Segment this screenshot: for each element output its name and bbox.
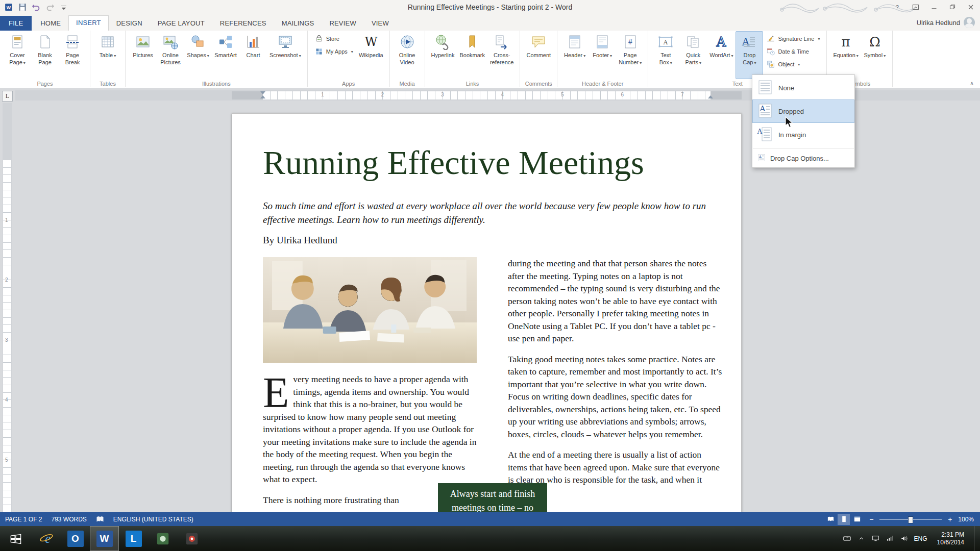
pictures-button[interactable]: Pictures — [129, 31, 157, 79]
text-box-button[interactable]: ATextBox▾ — [652, 31, 679, 79]
paragraph: during the meeting and that that person … — [508, 257, 723, 345]
blank-page-button[interactable]: BlankPage — [31, 31, 59, 79]
hanging-indent-marker[interactable] — [260, 95, 265, 98]
tab-references[interactable]: REFERENCES — [212, 16, 274, 31]
date-time-button[interactable]: Date & Time — [764, 46, 822, 57]
button-label: SmartArt — [214, 52, 236, 59]
save-button[interactable] — [16, 1, 29, 14]
restore-button[interactable] — [943, 0, 962, 14]
help-button[interactable]: ? — [888, 0, 906, 14]
online-pictures-button[interactable]: OnlinePictures — [157, 31, 184, 79]
read-mode-button[interactable] — [824, 514, 837, 525]
bookmark-button[interactable]: Bookmark — [457, 31, 487, 79]
collapse-ribbon-button[interactable]: ∧ — [970, 80, 974, 87]
page-break-button[interactable]: PageBreak — [59, 31, 86, 79]
show-desktop-button[interactable] — [974, 526, 978, 551]
button-label: Bookmark — [459, 52, 485, 59]
drop-cap-options-item[interactable]: ADrop Cap Options... — [752, 150, 854, 166]
ribbon-group-media: OnlineVideoMedia — [390, 31, 425, 87]
symbol-button[interactable]: ΩSymbol▾ — [861, 31, 889, 79]
footer-button[interactable]: Footer▾ — [589, 31, 616, 79]
smartart-button[interactable]: SmartArt — [212, 31, 239, 79]
menu-item-dropped[interactable]: ADropped — [752, 99, 854, 123]
word-count[interactable]: 793 WORDS — [51, 516, 86, 523]
print-layout-button[interactable] — [838, 514, 850, 525]
page-number-button[interactable]: #PageNumber▾ — [616, 31, 644, 79]
zoom-slider[interactable] — [879, 519, 942, 520]
menu-item-none[interactable]: None — [752, 76, 854, 99]
outlook-icon[interactable]: O — [61, 526, 90, 551]
tab-mailings[interactable]: MAILINGS — [274, 16, 322, 31]
header-button[interactable]: Header▾ — [561, 31, 589, 79]
user-account[interactable]: Ulrika Hedlund — [917, 17, 975, 28]
display-icon[interactable] — [871, 534, 880, 543]
zoom-out-button[interactable]: − — [868, 515, 875, 523]
hyperlink-button[interactable]: Hyperlink — [429, 31, 457, 79]
first-line-indent-marker[interactable] — [260, 91, 265, 94]
ribbon-display-options-button[interactable] — [906, 0, 925, 14]
object-button[interactable]: Object▾ — [764, 59, 822, 70]
shapes-button[interactable]: Shapes▾ — [184, 31, 212, 79]
online-video-button[interactable]: OnlineVideo — [394, 31, 421, 79]
tab-design[interactable]: DESIGN — [109, 16, 150, 31]
table-button[interactable]: Table▾ — [94, 31, 121, 79]
signal-icon[interactable] — [886, 534, 894, 543]
zoom-slider-thumb[interactable] — [908, 516, 913, 523]
tab-insert[interactable]: INSERT — [68, 15, 109, 31]
touch-keyboard-icon[interactable] — [843, 534, 851, 543]
undo-button[interactable] — [30, 1, 43, 14]
app-capture-icon[interactable] — [177, 526, 206, 551]
signature-line-button[interactable]: Signature Line▾ — [764, 33, 822, 44]
menu-separator — [753, 148, 854, 148]
button-label: TextBox▾ — [659, 52, 672, 66]
minimize-button[interactable] — [925, 0, 943, 14]
word-logo-button[interactable]: W — [2, 1, 15, 14]
zoom-in-button[interactable]: + — [946, 515, 953, 523]
pull-quote-callout[interactable]: Always start and finish meetings on time… — [438, 483, 547, 512]
wikipedia-button[interactable]: WWikipedia — [356, 31, 386, 79]
app-green-icon[interactable] — [148, 526, 177, 551]
paragraph: Every meeting needs to have a proper age… — [263, 373, 477, 486]
tab-stop-selector[interactable]: L — [2, 91, 13, 102]
chevron-up-icon[interactable] — [857, 534, 866, 543]
tab-home[interactable]: HOME — [33, 16, 68, 31]
document-page[interactable]: Running Effective Meetings So much time … — [232, 113, 742, 512]
redo-button[interactable] — [43, 1, 57, 14]
comment-button[interactable]: Comment — [524, 31, 553, 79]
lync-icon[interactable]: L — [119, 526, 148, 551]
internet-explorer-icon[interactable]: e — [32, 526, 61, 551]
close-button[interactable] — [962, 0, 980, 14]
cover-page-button[interactable]: CoverPage▾ — [4, 31, 31, 79]
customize-qat-button[interactable] — [57, 1, 70, 14]
start-button[interactable] — [0, 526, 32, 551]
drop-cap-button[interactable]: ADropCap▾ — [736, 31, 763, 79]
word-icon[interactable]: W — [90, 526, 119, 551]
proofing-icon[interactable] — [96, 515, 104, 523]
store-button[interactable]: Store — [312, 33, 355, 44]
right-indent-marker[interactable] — [708, 95, 713, 98]
screenshot-button[interactable]: Screenshot▾ — [267, 31, 304, 79]
language-tray[interactable]: ENG — [914, 535, 927, 542]
tab-page-layout[interactable]: PAGE LAYOUT — [150, 16, 212, 31]
quick-parts-button[interactable]: QuickParts▾ — [679, 31, 707, 79]
web-layout-button[interactable] — [851, 514, 863, 525]
my-apps-button[interactable]: My Apps▾ — [312, 46, 355, 57]
window-controls: ? — [888, 0, 980, 14]
clock[interactable]: 2:31 PM 10/6/2014 — [933, 531, 968, 546]
equation-button[interactable]: πEquation▾ — [830, 31, 861, 79]
wordart-button[interactable]: AWordArt▾ — [707, 31, 736, 79]
tab-file[interactable]: FILE — [0, 16, 32, 31]
cross-reference-button[interactable]: Cross-reference — [487, 31, 516, 79]
volume-icon[interactable] — [900, 534, 909, 543]
svg-text:A: A — [758, 154, 762, 159]
chart-button[interactable]: Chart — [239, 31, 267, 79]
status-bar: PAGE 1 OF 2 793 WORDS ENGLISH (UNITED ST… — [0, 512, 980, 526]
tab-view[interactable]: VIEW — [364, 16, 397, 31]
language-indicator[interactable]: ENGLISH (UNITED STATES) — [113, 516, 193, 523]
menu-item-in-margin[interactable]: AIn margin — [752, 123, 854, 146]
page-indicator[interactable]: PAGE 1 OF 2 — [5, 516, 42, 523]
document-byline: By Ulrika Hedlund — [263, 235, 710, 246]
tab-review[interactable]: REVIEW — [322, 16, 363, 31]
zoom-level[interactable]: 100% — [958, 516, 974, 523]
vertical-ruler[interactable]: 12345 — [3, 103, 12, 512]
